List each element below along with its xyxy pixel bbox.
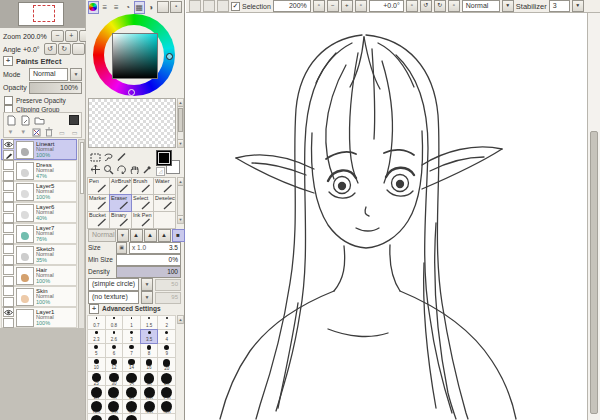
layer-thumbnail[interactable] <box>16 225 34 243</box>
color-wheel[interactable] <box>93 14 175 96</box>
layer-visibility-eye-icon[interactable] <box>3 265 14 275</box>
size-preset-250[interactable]: 250 <box>122 399 141 414</box>
layer-extra-icon-2[interactable]: ▭ <box>69 127 80 138</box>
size-preset-30[interactable]: 30 <box>105 371 124 386</box>
layer-visibility-eye-icon[interactable] <box>3 307 14 317</box>
brush-shape-softest-button[interactable]: ▲ <box>130 229 143 242</box>
zoom-in-button[interactable]: + <box>65 30 78 42</box>
canvas-zoom-in-button[interactable]: + <box>341 0 353 12</box>
layer-visibility-eye-icon[interactable] <box>3 244 14 254</box>
clear-layer-icon[interactable] <box>31 127 42 138</box>
canvas-zoom-value[interactable]: 200% <box>273 0 311 12</box>
size-preset-35[interactable]: 35 <box>122 371 141 386</box>
scroll-down-icon[interactable]: ▼ <box>178 139 183 147</box>
zoom-tool-icon[interactable] <box>102 164 114 175</box>
size-preset-500[interactable]: 500 <box>122 413 141 420</box>
selection-visibility-control[interactable]: ✓ Selection <box>231 2 271 11</box>
size-preset-7[interactable]: 7 <box>122 343 141 358</box>
brush-marker[interactable]: Marker <box>87 194 110 212</box>
new-layer-set-icon[interactable] <box>33 115 45 126</box>
rgb-slider-tab-icon[interactable]: ≡ <box>100 1 111 14</box>
canvas[interactable] <box>186 13 587 420</box>
canvas-angle-value[interactable]: +0.0° <box>369 0 404 12</box>
layer-row-sketch[interactable]: SketchNormal35% <box>1 244 77 265</box>
flip-button[interactable]: ▫ <box>448 0 460 12</box>
layer-visibility-eye-icon[interactable] <box>3 223 14 233</box>
transfer-down-icon[interactable]: ▼ <box>5 127 16 138</box>
foreground-color-swatch[interactable] <box>156 150 172 166</box>
brush-scroll-down-icon[interactable]: ▼ <box>178 215 183 223</box>
size-preset-300[interactable]: 300 <box>140 399 159 414</box>
size-preset-70[interactable]: 70 <box>105 385 124 400</box>
layer-thumbnail[interactable] <box>16 162 34 180</box>
min-size-slider[interactable]: 0% <box>116 254 181 266</box>
pen-cursor-icon[interactable] <box>115 152 127 163</box>
size-preset-2[interactable]: 2 <box>157 315 176 330</box>
brush-brush[interactable]: Brush <box>131 177 154 195</box>
brush-scroll-up-icon[interactable]: ▲ <box>178 178 183 186</box>
size-preset-80[interactable]: 80 <box>122 385 141 400</box>
size-preset-14[interactable]: 14 <box>122 357 141 372</box>
size-preset-20[interactable]: 20 <box>157 357 176 372</box>
layer-thumbnail[interactable] <box>16 246 34 264</box>
paints-effect-expander-icon[interactable]: + <box>3 56 13 66</box>
brush-deselect[interactable]: Deselect <box>153 194 176 212</box>
stabilizer-value[interactable]: 3 <box>549 0 570 12</box>
brush-blend-mode[interactable]: Normal <box>88 229 116 242</box>
brush-bucket[interactable]: Bucket <box>87 211 110 229</box>
opacity-slider[interactable]: 100% <box>29 82 82 94</box>
selection-color-icon[interactable] <box>68 115 80 126</box>
scroll-up-icon[interactable]: ▲ <box>178 99 183 107</box>
navigator-preview[interactable] <box>0 0 85 28</box>
saturation-value-square[interactable] <box>112 33 158 79</box>
size-preset-1[interactable]: 1 <box>122 315 141 330</box>
advanced-settings-row[interactable]: + Advanced Settings <box>89 304 161 313</box>
eyedropper-icon[interactable] <box>141 164 153 175</box>
layer-row-hair[interactable]: HairNormal100% <box>1 265 77 286</box>
swatches-tab-icon[interactable]: ▦ <box>134 1 145 14</box>
zoom-out-button[interactable]: − <box>51 30 64 42</box>
layer-row-skin[interactable]: SkinNormal100% <box>1 286 77 307</box>
size-preset-2.6[interactable]: 2.6 <box>105 329 124 344</box>
brush-shape-hard-button[interactable]: ▲ <box>158 229 171 242</box>
rect-select-icon[interactable] <box>89 152 101 163</box>
brush-binary[interactable]: Binary <box>109 211 132 229</box>
size-slider[interactable]: x 1.0 3.5 <box>129 242 181 254</box>
preserve-opacity-checkbox[interactable] <box>4 96 13 105</box>
merge-down-icon[interactable]: ▼ <box>18 127 29 138</box>
size-preset-8[interactable]: 8 <box>140 343 159 358</box>
layer-visibility-eye-icon[interactable] <box>3 286 14 296</box>
preserve-opacity-row[interactable]: Preserve Opacity <box>4 96 66 105</box>
size-preset-150[interactable]: 150 <box>87 399 106 414</box>
size-unit-button[interactable]: ▣ <box>116 242 127 254</box>
layer-visibility-eye-icon[interactable] <box>3 181 14 191</box>
mode-select[interactable]: Normal <box>29 68 68 81</box>
move-tool-icon[interactable] <box>89 164 101 175</box>
size-preset-40[interactable]: 40 <box>140 371 159 386</box>
layer-row-dress[interactable]: DressNormal47% <box>1 160 77 181</box>
size-preset-1.5[interactable]: 1.5 <box>140 315 159 330</box>
size-preset-3.5[interactable]: 3.5 <box>140 329 159 344</box>
size-preset-350[interactable]: 350 <box>157 399 176 414</box>
brush-pen[interactable]: Pen <box>87 177 110 195</box>
zoom-100-button[interactable]: ▫ <box>355 0 367 12</box>
rotate-tool-icon[interactable] <box>115 164 127 175</box>
size-preset-2.3[interactable]: 2.3 <box>87 329 106 344</box>
size-preset-10[interactable]: 10 <box>87 357 106 372</box>
paint-mode-value[interactable]: Normal <box>462 0 500 12</box>
layer-thumbnail[interactable] <box>16 141 34 159</box>
size-preset-3[interactable]: 3 <box>122 329 141 344</box>
layer-thumbnail[interactable] <box>16 267 34 285</box>
transparent-color-swatch[interactable]: ◿ <box>156 167 165 176</box>
density-slider[interactable]: 100 <box>116 266 181 278</box>
layer-thumbnail[interactable] <box>16 288 34 306</box>
brush-shape-soft-button[interactable]: ▲ <box>144 229 157 242</box>
lasso-icon[interactable] <box>102 152 114 163</box>
size-preset-0.8[interactable]: 0.8 <box>105 315 124 330</box>
scratchpad[interactable] <box>88 98 176 148</box>
color-mixer-tab-icon[interactable]: ◔ <box>123 1 134 14</box>
hue-cursor-icon[interactable] <box>166 53 173 60</box>
layer-extra-icon-1[interactable]: ▭ <box>56 127 67 138</box>
size-preset-400[interactable]: 400 <box>87 413 106 420</box>
size-preset-9[interactable]: 9 <box>157 343 176 358</box>
